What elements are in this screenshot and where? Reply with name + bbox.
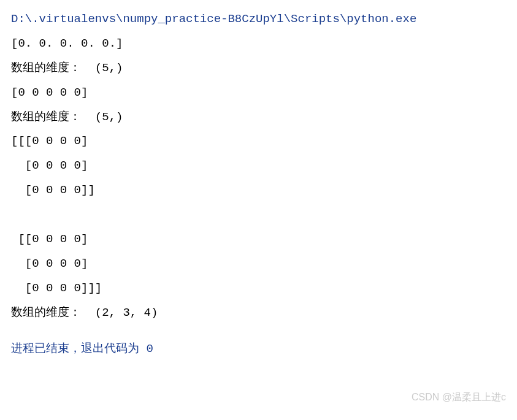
output-line: [0. 0. 0. 0. 0.] — [11, 32, 506, 56]
output-line — [11, 203, 506, 227]
watermark: CSDN @温柔且上进c — [412, 387, 506, 408]
output-line: 数组的维度： (5,) — [11, 56, 506, 81]
exit-message: 进程已结束，退出代码为 0 — [11, 337, 506, 362]
output-line: 数组的维度： (5,) — [11, 105, 506, 130]
interpreter-path: D:\.virtualenvs\numpy_practice-B8CzUpYl\… — [11, 7, 506, 32]
output-line: [0 0 0 0]] — [11, 178, 506, 203]
output-line: [0 0 0 0 0] — [11, 81, 506, 105]
output-line: 数组的维度： (2, 3, 4) — [11, 301, 506, 326]
output-line: [[0 0 0 0] — [11, 227, 506, 252]
output-line: [[[0 0 0 0] — [11, 129, 506, 154]
output-line: [0 0 0 0]]] — [11, 277, 506, 301]
output-line: [0 0 0 0] — [11, 252, 506, 277]
output-line: [0 0 0 0] — [11, 154, 506, 178]
